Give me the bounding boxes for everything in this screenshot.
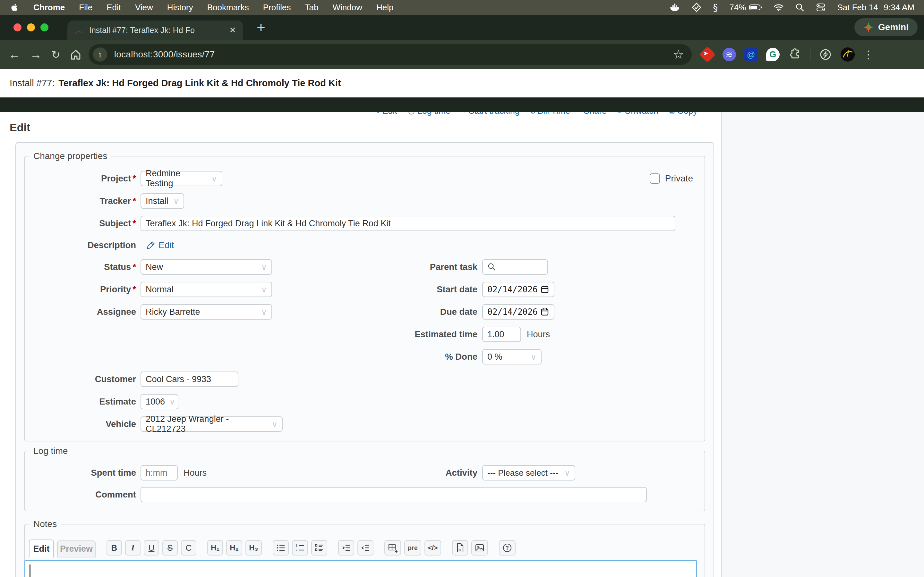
bookmark-star-icon[interactable]: ☆ bbox=[673, 47, 684, 61]
indent-button[interactable] bbox=[338, 540, 354, 556]
code-block-button[interactable]: </> bbox=[425, 540, 441, 556]
new-tab-button[interactable]: + bbox=[257, 20, 265, 35]
battery-icon bbox=[749, 3, 762, 11]
action-link[interactable]: ⧉ Copy bbox=[669, 112, 698, 116]
extensions-puzzle-icon[interactable] bbox=[788, 48, 801, 61]
activity-select[interactable]: --- Please select ---∨ bbox=[482, 465, 575, 480]
insert-image-button[interactable] bbox=[471, 540, 488, 556]
edit-description-pencil-icon[interactable] bbox=[146, 241, 155, 250]
menubar-item[interactable]: File bbox=[79, 3, 92, 13]
menubar-item[interactable]: History bbox=[167, 3, 193, 13]
zoom-window-button[interactable] bbox=[40, 23, 48, 31]
menubar-clock[interactable]: Sat Feb 14 9:34 AM bbox=[837, 3, 914, 13]
forward-button[interactable]: → bbox=[30, 49, 42, 61]
action-link[interactable]: ◔ Start tracking bbox=[461, 112, 520, 116]
preformatted-button[interactable]: pre bbox=[404, 540, 421, 556]
parent-task-input[interactable] bbox=[482, 259, 548, 275]
action-link[interactable]: ⌕ Unwatch bbox=[618, 112, 658, 116]
vehicle-select[interactable]: 2012 Jeep Wrangler - CL212723∨ bbox=[141, 416, 283, 432]
menubar-app-icon-3[interactable]: § bbox=[713, 2, 718, 13]
menubar-item[interactable]: Bookmarks bbox=[207, 3, 249, 13]
italic-button[interactable]: I bbox=[125, 540, 141, 556]
customer-input[interactable] bbox=[141, 372, 238, 387]
battery-indicator[interactable]: 74% bbox=[729, 3, 762, 13]
action-link[interactable]: ◷ Log time bbox=[408, 112, 451, 116]
menubar-item[interactable]: Edit bbox=[107, 3, 121, 13]
minimize-window-button[interactable] bbox=[27, 23, 35, 31]
action-link[interactable]: $ Bill Time bbox=[531, 112, 570, 116]
home-button[interactable] bbox=[70, 49, 81, 60]
heading2-button[interactable]: H₂ bbox=[226, 540, 242, 556]
extensions-row: ➤ ≋ @ G ⋮ bbox=[701, 47, 874, 61]
bullet-list-button[interactable] bbox=[273, 540, 289, 556]
status-select[interactable]: New∨ bbox=[141, 259, 272, 275]
menubar-app-icon-2[interactable] bbox=[692, 3, 701, 12]
action-link[interactable]: Share bbox=[581, 112, 607, 116]
priority-label: Priority bbox=[100, 284, 131, 294]
menubar-item[interactable]: Tab bbox=[305, 3, 318, 13]
gemini-sparkle-icon bbox=[863, 22, 874, 32]
action-link[interactable]: ✎ Edit bbox=[373, 112, 397, 116]
tab-close-icon[interactable]: ✕ bbox=[229, 25, 236, 35]
browser-menu-kebab-icon[interactable]: ⋮ bbox=[863, 48, 874, 61]
start-date-input[interactable]: 02/14/2026 bbox=[482, 282, 554, 297]
priority-select[interactable]: Normal∨ bbox=[141, 282, 272, 297]
back-button[interactable]: ← bbox=[8, 49, 20, 61]
energy-saver-icon[interactable] bbox=[819, 48, 832, 61]
site-info-icon[interactable]: i bbox=[93, 47, 107, 61]
menubar-item[interactable]: Profiles bbox=[263, 3, 291, 13]
red-diamond-extension-icon[interactable]: ➤ bbox=[701, 48, 714, 61]
menubar-item[interactable]: Help bbox=[376, 3, 393, 13]
wifi-icon[interactable] bbox=[774, 3, 784, 11]
close-window-button[interactable] bbox=[13, 23, 21, 31]
due-date-label: Due date bbox=[370, 307, 477, 317]
spent-time-unit: Hours bbox=[184, 468, 207, 478]
docker-icon[interactable] bbox=[669, 3, 680, 12]
comment-input[interactable] bbox=[141, 487, 647, 502]
spotlight-search-icon[interactable] bbox=[795, 3, 804, 12]
reload-button[interactable]: ↻ bbox=[51, 49, 60, 60]
control-center-icon[interactable] bbox=[816, 3, 825, 12]
estimated-time-input[interactable] bbox=[482, 327, 521, 342]
definition-list-button[interactable] bbox=[311, 540, 327, 556]
menubar-item[interactable]: View bbox=[135, 3, 153, 13]
heading3-button[interactable]: H₃ bbox=[246, 540, 262, 556]
underline-button[interactable]: U bbox=[144, 540, 159, 556]
address-bar[interactable]: i localhost:3000/issues/77 ☆ bbox=[89, 44, 692, 65]
numbered-list-button[interactable]: 12 bbox=[292, 540, 308, 556]
menubar-item[interactable]: Window bbox=[333, 3, 362, 13]
grammarly-extension-icon[interactable]: G bbox=[766, 48, 780, 61]
inline-code-button[interactable]: C bbox=[181, 540, 196, 556]
apple-menu-icon[interactable] bbox=[10, 3, 18, 12]
gemini-label: Gemini bbox=[878, 22, 909, 32]
insert-table-button[interactable] bbox=[384, 540, 401, 556]
edit-description-link[interactable]: Edit bbox=[158, 240, 174, 250]
due-date-input[interactable]: 02/14/2026 bbox=[482, 304, 554, 319]
strikethrough-button[interactable]: S bbox=[162, 540, 178, 556]
subject-input[interactable] bbox=[141, 216, 675, 231]
browser-tab[interactable]: Install #77: Teraflex Jk: Hd Fo ✕ bbox=[67, 21, 243, 40]
gemini-button[interactable]: Gemini bbox=[855, 18, 918, 36]
notes-textarea[interactable] bbox=[24, 560, 697, 577]
notes-tab-preview[interactable]: Preview bbox=[57, 540, 95, 558]
blue-at-lock-extension-icon[interactable]: @ bbox=[744, 48, 758, 61]
chevron-down-icon: ∨ bbox=[531, 352, 536, 362]
spent-time-input[interactable] bbox=[141, 465, 178, 480]
help-button[interactable]: ? bbox=[499, 540, 515, 556]
calendar-icon bbox=[540, 285, 549, 294]
heading1-button[interactable]: H₁ bbox=[207, 540, 223, 556]
profile-avatar[interactable] bbox=[841, 47, 855, 61]
outdent-button[interactable] bbox=[357, 540, 373, 556]
assignee-select[interactable]: Ricky Barrette∨ bbox=[141, 304, 272, 319]
project-select[interactable]: Redmine Testing∨ bbox=[141, 171, 222, 186]
private-checkbox[interactable] bbox=[650, 173, 660, 184]
tracker-select[interactable]: Install∨ bbox=[141, 193, 184, 209]
percent-done-select[interactable]: 0 %∨ bbox=[482, 349, 541, 364]
url-text[interactable]: localhost:3000/issues/77 bbox=[114, 49, 215, 60]
estimate-select[interactable]: 1006∨ bbox=[141, 394, 178, 409]
attach-file-button[interactable]: ∞ bbox=[452, 540, 468, 556]
bold-button[interactable]: B bbox=[107, 540, 122, 556]
indigo-circle-extension-icon[interactable]: ≋ bbox=[722, 48, 736, 61]
menubar-app-name[interactable]: Chrome bbox=[33, 3, 65, 13]
notes-tab-edit[interactable]: Edit bbox=[29, 540, 54, 558]
